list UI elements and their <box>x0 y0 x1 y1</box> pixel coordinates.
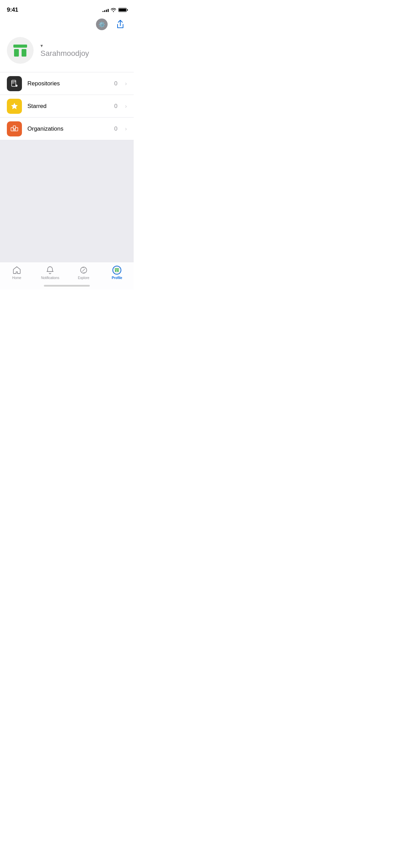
profile-info: ▾ Sarahmoodjoy <box>40 43 89 58</box>
svg-line-10 <box>84 269 85 270</box>
starred-item[interactable]: Starred 0 › <box>0 95 134 118</box>
organizations-item[interactable]: Organizations 0 › <box>0 118 134 140</box>
svg-line-11 <box>82 270 84 272</box>
dropdown-row[interactable]: ▾ <box>40 43 89 48</box>
home-icon <box>12 266 21 275</box>
signal-icon <box>102 8 109 12</box>
star-icon <box>10 102 19 110</box>
repositories-item[interactable]: Repositories 0 › <box>0 72 134 95</box>
starred-icon-wrap <box>7 99 22 114</box>
home-indicator <box>44 285 90 287</box>
tab-profile[interactable]: Profile <box>100 266 134 280</box>
wifi-icon <box>111 8 116 12</box>
share-button[interactable] <box>114 18 127 31</box>
bell-icon <box>46 266 54 275</box>
settings-button[interactable]: ⚙️ <box>95 18 108 31</box>
tab-profile-label: Profile <box>112 276 122 280</box>
tab-home-label: Home <box>12 276 21 280</box>
starred-count: 0 <box>114 103 117 110</box>
svg-rect-0 <box>12 80 16 86</box>
orgs-icon-wrap <box>7 121 22 136</box>
share-icon <box>116 20 124 29</box>
organizations-label: Organizations <box>27 125 109 132</box>
organizations-count: 0 <box>114 125 117 132</box>
avatar <box>7 37 34 64</box>
status-bar: 9:41 <box>0 0 134 15</box>
status-icons <box>102 8 127 12</box>
tab-explore-label: Explore <box>78 276 89 280</box>
repositories-label: Repositories <box>27 80 109 87</box>
header-toolbar: ⚙️ <box>0 15 134 34</box>
gear-icon: ⚙️ <box>96 19 108 30</box>
tab-notifications[interactable]: Notifications <box>34 266 67 280</box>
tab-notifications-label: Notifications <box>41 276 59 280</box>
tab-explore[interactable]: Explore <box>67 266 100 280</box>
repo-icon <box>10 80 19 88</box>
battery-icon <box>118 8 127 12</box>
svg-point-1 <box>15 85 17 87</box>
repositories-chevron: › <box>125 81 127 87</box>
menu-list: Repositories 0 › Starred 0 › <box>0 72 134 140</box>
tab-profile-avatar <box>112 266 121 275</box>
tab-home[interactable]: Home <box>0 266 34 280</box>
explore-icon <box>79 266 88 275</box>
repo-icon-wrap <box>7 76 22 91</box>
status-time: 9:41 <box>7 7 18 13</box>
chevron-down-icon: ▾ <box>40 43 43 48</box>
repositories-count: 0 <box>114 80 117 87</box>
username-label: Sarahmoodjoy <box>40 49 89 58</box>
starred-chevron: › <box>125 103 127 109</box>
org-icon <box>10 125 19 133</box>
profile-section: ▾ Sarahmoodjoy <box>0 34 134 72</box>
starred-label: Starred <box>27 103 109 110</box>
organizations-chevron: › <box>125 126 127 132</box>
